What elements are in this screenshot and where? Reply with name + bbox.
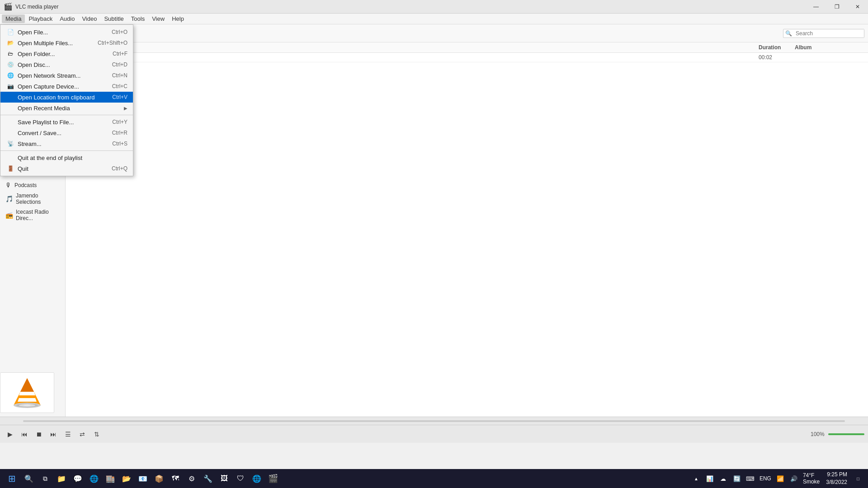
start-icon: ⊞ [8,473,16,484]
taskview-taskbar[interactable]: ⧉ [38,470,52,487]
open-capture-label: Open Capture Device... [18,83,112,90]
menu-open-multiple[interactable]: 📂 Open Multiple Files... Ctrl+Shift+O [0,38,133,48]
clock-time: 9:25 PM [826,471,847,479]
open-location-label: Open Location from clipboard [18,94,112,101]
settings-taskbar[interactable]: ⚙ [184,470,199,487]
open-multiple-shortcut: Ctrl+Shift+O [98,40,127,46]
menu-open-network[interactable]: 🌐 Open Network Stream... Ctrl+N [0,70,133,81]
menu-playback[interactable]: Playback [25,14,56,23]
sidebar-item-icecast[interactable]: 📻 Icecast Radio Direc... [0,207,65,223]
browser2-taskbar[interactable]: 🌐 [250,470,264,487]
menu-open-recent[interactable]: Open Recent Media ▶ [0,103,133,113]
tray-expand[interactable]: ▲ [690,470,703,487]
tray-chart[interactable]: 📊 [703,470,716,487]
open-recent-icon [6,104,15,112]
volume-icon[interactable]: 🔊 [788,470,800,487]
tray-cloud[interactable]: ☁ [717,470,730,487]
quit-shortcut: Ctrl+Q [112,165,127,172]
menu-help[interactable]: Help [168,14,188,23]
jamendo-icon: 🎵 [5,195,13,202]
open-multiple-label: Open Multiple Files... [18,40,98,47]
tools-taskbar[interactable]: 🔧 [201,470,215,487]
menu-open-file[interactable]: 📄 Open File... Ctrl+O [0,27,133,38]
email-taskbar[interactable]: 📧 [136,470,150,487]
svg-marker-2 [19,392,35,395]
loop-button[interactable]: ⇄ [76,428,89,441]
media-dropdown-menu: 📄 Open File... Ctrl+O 📂 Open Multiple Fi… [0,24,133,176]
menu-open-folder[interactable]: 🗁 Open Folder... Ctrl+F [0,48,133,59]
stop-button[interactable]: ⏹ [33,428,45,441]
browser-taskbar[interactable]: 🌐 [87,470,101,487]
taskbar: ⊞ 🔍 ⧉ 📁 💬 🌐 🏬 📂 📧 📦 🗺 ⚙ 🔧 🖼 🛡 🌐 🎬 ▲ 📊 ☁ … [0,469,868,488]
col-header-album: Album [795,44,863,51]
play-button[interactable]: ▶ [4,428,16,441]
vlc-cone-svg [9,375,45,411]
maps-taskbar[interactable]: 🗺 [168,470,183,487]
stream-label: Stream... [18,141,112,147]
next-button[interactable]: ⏭ [47,428,60,441]
open-disc-shortcut: Ctrl+D [112,61,127,68]
jamendo-label: Jamendo Selections [16,192,60,205]
dropbox-taskbar[interactable]: 📦 [152,470,166,487]
menu-open-capture[interactable]: 📷 Open Capture Device... Ctrl+C [0,81,133,92]
menu-tools[interactable]: Tools [127,14,148,23]
tray-kb[interactable]: ⌨ [744,470,757,487]
menu-audio[interactable]: Audio [56,14,78,23]
menu-media[interactable]: Media [2,14,25,23]
explorer-taskbar[interactable]: 📁 [54,470,69,487]
photos-taskbar[interactable]: 🖼 [217,470,231,487]
toggle-playlist-button[interactable]: ☰ [61,428,74,441]
search-box: 🔍 [783,29,864,38]
svg-marker-3 [18,398,37,402]
tray-sync[interactable]: 🔄 [731,470,743,487]
open-file-label: Open File... [18,29,112,36]
minimize-button[interactable]: — [806,0,826,14]
chat-taskbar[interactable]: 💬 [71,470,85,487]
menu-save-playlist[interactable]: Save Playlist to File... Ctrl+Y [0,117,133,127]
store-taskbar[interactable]: 🏬 [103,470,118,487]
search-input[interactable] [794,29,864,38]
restore-button[interactable]: ❐ [826,0,847,14]
window-controls: — ❐ ✕ [806,0,868,14]
open-capture-icon: 📷 [6,83,15,90]
open-file-icon: 📄 [6,28,15,36]
quit-end-label: Quit at the end of playlist [18,155,127,161]
convert-icon [6,129,15,136]
security-taskbar[interactable]: 🛡 [233,470,248,487]
menu-view[interactable]: View [148,14,168,23]
open-folder-label: Open Folder... [18,51,113,57]
volume-bar[interactable] [828,433,864,435]
playlist-row[interactable]: 00:02 [66,53,868,62]
close-button[interactable]: ✕ [847,0,868,14]
vlc-taskbar[interactable]: 🎬 [266,470,280,487]
menu-quit-end[interactable]: Quit at the end of playlist [0,152,133,163]
clock[interactable]: 9:25 PM 3/8/2022 [822,471,851,486]
row-duration: 00:02 [759,54,795,61]
save-playlist-icon [6,118,15,126]
podcasts-icon: 🎙 [5,182,12,189]
menu-stream[interactable]: 📡 Stream... Ctrl+S [0,138,133,149]
menu-video[interactable]: Video [78,14,100,23]
weather-display[interactable]: 74°F Smoke [801,472,821,485]
random-button[interactable]: ⇅ [90,428,103,441]
sidebar-item-podcasts[interactable]: 🎙 Podcasts [0,180,65,191]
system-tray: ▲ 📊 ☁ 🔄 ⌨ ENG 📶 🔊 74°F Smoke 9:25 PM 3/8… [690,470,864,487]
open-folder-shortcut: Ctrl+F [113,51,127,57]
open-file-shortcut: Ctrl+O [112,29,127,35]
menu-quit[interactable]: 🚪 Quit Ctrl+Q [0,163,133,174]
start-button[interactable]: ⊞ [4,470,20,487]
menu-subtitle[interactable]: Subtitle [100,14,127,23]
menu-open-disc[interactable]: 💿 Open Disc... Ctrl+D [0,59,133,70]
seek-bar[interactable] [23,420,845,422]
open-location-icon [6,94,15,101]
menu-open-location[interactable]: Open Location from clipboard Ctrl+V [0,92,133,103]
language-indicator: ENG [758,475,773,482]
prev-button[interactable]: ⏮ [18,428,31,441]
notifications-icon[interactable]: □ [852,470,864,487]
files-taskbar[interactable]: 📂 [119,470,134,487]
sidebar-item-jamendo[interactable]: 🎵 Jamendo Selections [0,191,65,207]
search-taskbar[interactable]: 🔍 [22,470,36,487]
menu-convert[interactable]: Convert / Save... Ctrl+R [0,127,133,138]
wifi-icon[interactable]: 📶 [774,470,787,487]
content-area: 🔍 Duration Album 00:02 [66,24,868,417]
